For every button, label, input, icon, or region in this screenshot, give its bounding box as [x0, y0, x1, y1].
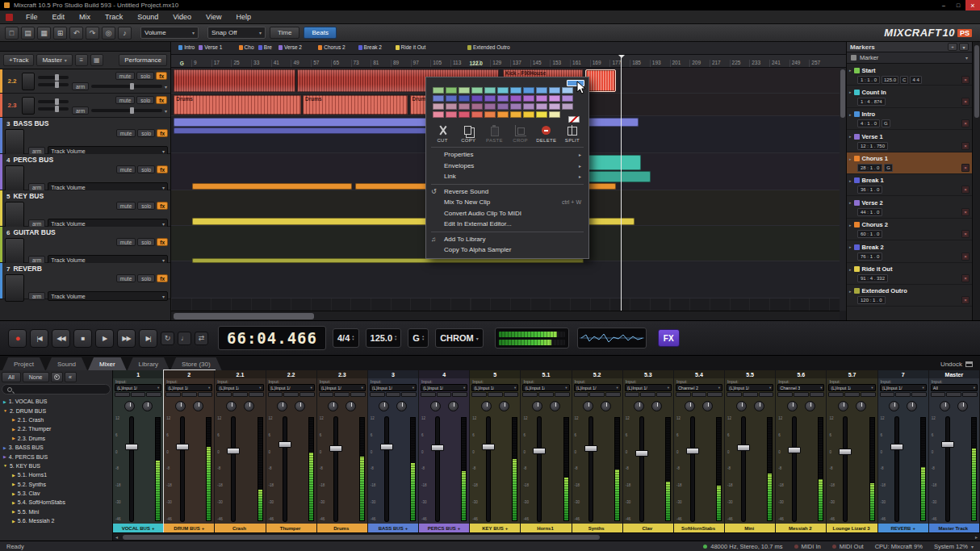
- color-swatch[interactable]: [523, 87, 534, 94]
- solo-button[interactable]: solo: [136, 72, 154, 80]
- color-swatch[interactable]: [510, 95, 521, 102]
- fx-slot-button[interactable]: [115, 392, 130, 397]
- send-knob[interactable]: [244, 401, 254, 411]
- send-knob[interactable]: [907, 401, 917, 411]
- tree-item[interactable]: ▶ 5.2. Synths: [0, 480, 112, 489]
- expand-arrow-icon[interactable]: ▸: [849, 68, 852, 73]
- strip-header[interactable]: 5.1: [521, 370, 571, 378]
- tree-item[interactable]: ▼ 2. DRUM BUS: [0, 406, 112, 415]
- marker-position-field[interactable]: 60 : 1 . 0: [857, 230, 882, 238]
- undo-icon[interactable]: ↶: [69, 27, 83, 40]
- snap-select[interactable]: Snap Off ▾: [207, 27, 266, 39]
- metronome-button[interactable]: ♩: [178, 332, 191, 345]
- delete-marker-button[interactable]: ×: [961, 208, 970, 216]
- send-slot-button[interactable]: [810, 392, 825, 397]
- delete-marker-button[interactable]: ×: [961, 119, 970, 127]
- marker-timesig-field[interactable]: 4 4: [910, 76, 921, 84]
- send-knob[interactable]: [856, 401, 866, 411]
- tree-item[interactable]: ▶ 5.3. Clav: [0, 489, 112, 498]
- fx-slot-button[interactable]: [931, 392, 946, 397]
- mixer-strip[interactable]: 5.5 Input: (L)Input 1/ ▾: [725, 370, 776, 532]
- volume-slider[interactable]: [38, 76, 69, 79]
- color-swatch[interactable]: [549, 111, 560, 118]
- fx-slot-button[interactable]: [370, 392, 385, 397]
- strip-header[interactable]: 7: [878, 370, 928, 378]
- audio-clip[interactable]: [585, 183, 616, 190]
- audio-status[interactable]: 48000 Hz, Stereo, 10.7 ms: [703, 543, 782, 550]
- delete-marker-button[interactable]: ×: [961, 164, 970, 172]
- expand-arrow-icon[interactable]: ▸: [849, 157, 852, 161]
- fader-handle[interactable]: [737, 445, 750, 451]
- input-select[interactable]: (L)Input 1/ ▾: [471, 384, 518, 391]
- color-swatch[interactable]: [433, 103, 444, 110]
- fader-handle[interactable]: [839, 449, 852, 455]
- color-swatch[interactable]: [562, 103, 573, 110]
- send-slot-button[interactable]: [504, 392, 519, 397]
- pan-knob[interactable]: [583, 401, 593, 411]
- color-swatch[interactable]: [433, 95, 444, 102]
- send-slot-button[interactable]: [861, 392, 876, 397]
- strip-name[interactable]: Thumper: [266, 524, 316, 532]
- input-select[interactable]: (L)Input 1/ ▾: [319, 384, 366, 391]
- tree-item[interactable]: ▶ 3. BASS BUS: [0, 443, 112, 452]
- strip-name[interactable]: REVERB +: [878, 524, 928, 532]
- color-swatch[interactable]: [471, 95, 483, 102]
- save-icon[interactable]: ▦: [37, 27, 51, 40]
- expand-arrow-icon[interactable]: ▸: [849, 289, 852, 294]
- app-menu-icon[interactable]: [6, 14, 13, 21]
- fast-forward-button[interactable]: ▶▶: [117, 329, 136, 348]
- audio-clip[interactable]: [174, 127, 447, 134]
- color-swatch[interactable]: [510, 103, 521, 110]
- strip-name[interactable]: Clav: [623, 524, 673, 532]
- tree-arrow-icon[interactable]: ▶: [12, 417, 15, 422]
- color-swatch[interactable]: [433, 87, 444, 94]
- audio-clip[interactable]: Drums: [174, 95, 300, 115]
- fx-slot-button[interactable]: [268, 392, 283, 397]
- strip-name[interactable]: SoftHornStabs: [674, 524, 724, 532]
- fx-slot-button[interactable]: [727, 392, 742, 397]
- solo-button[interactable]: solo: [136, 96, 154, 104]
- marker-row[interactable]: ▸ Break 2 76 : 1 . 0 ×: [847, 240, 972, 262]
- color-swatch[interactable]: [484, 111, 496, 118]
- markers-scrollbar[interactable]: [972, 42, 980, 320]
- mixer-strip[interactable]: 2 Input: (L)Input 1/ ▾: [164, 370, 215, 532]
- marker-name[interactable]: Chorus 1: [862, 155, 889, 162]
- maximize-button[interactable]: □: [951, 0, 965, 10]
- tree-arrow-icon[interactable]: ▶: [3, 454, 6, 459]
- strip-header[interactable]: 5.4: [674, 370, 724, 378]
- timeline-marker[interactable]: Extended Outro: [467, 44, 510, 50]
- color-swatch[interactable]: [433, 111, 444, 118]
- color-swatch[interactable]: [471, 103, 483, 110]
- clip-action-button[interactable]: SPLIT: [559, 125, 585, 143]
- send-slot-button[interactable]: [707, 392, 722, 397]
- mixer-search-box[interactable]: [2, 384, 111, 394]
- input-select[interactable]: (L)Input 1/ ▾: [522, 384, 569, 391]
- delete-marker-button[interactable]: ×: [961, 253, 970, 261]
- fader-handle[interactable]: [176, 444, 189, 450]
- marker-key-field[interactable]: G: [882, 119, 890, 127]
- fx-slot-button[interactable]: [421, 392, 436, 397]
- input-select[interactable]: Channel 3 ▾: [777, 384, 824, 391]
- bar-ruler[interactable]: 9172533414957657381899710511312112913714…: [171, 55, 846, 68]
- mixer-strip[interactable]: 5.2 Input: (L)Input 1/ ▾: [572, 370, 623, 532]
- chevron-down-icon[interactable]: ▾: [165, 84, 167, 90]
- timeline-marker[interactable]: Intro: [178, 44, 195, 50]
- send-slider[interactable]: [91, 109, 162, 112]
- tempo-control[interactable]: 125.0 ▴▾: [366, 328, 402, 348]
- delete-marker-button[interactable]: ×: [961, 142, 970, 150]
- mute-button[interactable]: mute: [116, 274, 136, 282]
- strip-name[interactable]: Lounge Lizard 3: [827, 524, 877, 532]
- menu-item[interactable]: Video: [165, 13, 199, 21]
- fader-handle[interactable]: [635, 450, 648, 457]
- marker-position-field[interactable]: 1 : 4 . 874: [857, 98, 886, 106]
- send-knob[interactable]: [651, 401, 662, 411]
- color-swatch[interactable]: [536, 103, 547, 110]
- menu-item[interactable]: Mix: [72, 13, 98, 21]
- context-menu-item[interactable]: Link ▸: [426, 171, 588, 182]
- timeline-marker[interactable]: Bre: [258, 44, 272, 50]
- strip-name[interactable]: KEY BUS +: [470, 524, 520, 532]
- timeline-marker[interactable]: Chorus 2: [318, 44, 345, 50]
- marker-position-field[interactable]: 91 : 4 . 332: [857, 274, 888, 282]
- track-name[interactable]: KEY BUS: [13, 192, 44, 200]
- strip-name[interactable]: Drums: [317, 524, 367, 532]
